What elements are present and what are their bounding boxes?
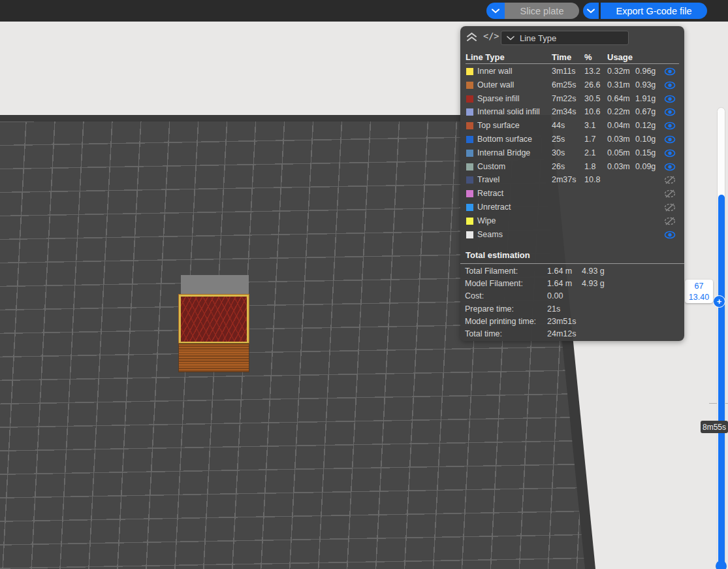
legend-row: Travel 2m37s 10.8 [460, 173, 684, 187]
visibility-toggle[interactable] [664, 95, 676, 103]
visibility-toggle[interactable] [664, 149, 676, 157]
line-type-color-swatch [466, 163, 473, 171]
line-type-percent: 10.6 [584, 107, 600, 116]
layer-slider-range-fill [718, 195, 725, 566]
visibility-toggle[interactable] [664, 217, 676, 225]
chevron-down-icon [586, 8, 595, 14]
slice-options-dropdown-button[interactable] [486, 3, 505, 19]
slice-plate-button[interactable]: Slice plate [505, 3, 579, 19]
line-type-label: Custom [477, 162, 505, 171]
line-type-usage-g: 0.67g [635, 107, 656, 116]
visibility-toggle[interactable] [664, 67, 676, 76]
export-options-dropdown-button[interactable] [583, 3, 599, 19]
total-estimation-title: Total estimation [466, 250, 530, 260]
collapse-panel-icon[interactable] [466, 32, 477, 44]
total-label: Prepare time: [465, 304, 514, 314]
visibility-toggle[interactable] [664, 189, 676, 198]
legend-row: Seams [460, 228, 684, 242]
gcode-window-icon[interactable] [483, 31, 499, 41]
divider [460, 263, 684, 264]
line-type-usage-g: 0.93g [635, 80, 656, 89]
line-type-usage-m: 0.05m [607, 148, 630, 157]
line-type-usage-g: 0.96g [635, 67, 656, 76]
line-type-percent: 30.5 [584, 94, 600, 103]
line-type-label: Bottom surface [477, 135, 532, 144]
legend-row: Internal Bridge 30s 2.1 0.05m 0.15g [460, 146, 684, 160]
line-type-label: Unretract [477, 203, 511, 212]
legend-row: Retract [460, 187, 684, 201]
line-type-label: Wipe [477, 216, 496, 225]
line-type-usage-m: 0.03m [607, 135, 630, 144]
eye-icon [664, 108, 676, 116]
col-usage: Usage [607, 52, 633, 62]
line-type-color-swatch [466, 95, 473, 103]
total-value-1: 0.00 [547, 291, 563, 301]
line-type-usage-g: 1.91g [635, 94, 656, 103]
legend-row: Custom 26s 1.8 0.03m 0.09g [460, 160, 684, 174]
line-type-usage-m: 0.22m [607, 107, 630, 116]
sliced-model-front-face[interactable] [179, 344, 249, 372]
legend-row: Outer wall 6m25s 26.6 0.31m 0.93g [460, 78, 684, 92]
layer-indicator-tooltip: 67 13.40 [685, 280, 713, 303]
visibility-toggle[interactable] [664, 135, 676, 144]
line-type-usage-g: 0.12g [635, 121, 656, 130]
legend-row: Top surface 44s 3.1 0.04m 0.12g [460, 119, 684, 133]
line-type-color-swatch [466, 108, 473, 116]
total-label: Model printing time: [465, 317, 536, 326]
line-type-color-swatch [466, 231, 473, 238]
line-type-color-swatch [466, 136, 473, 143]
line-type-usage-g: 0.15g [635, 148, 656, 157]
totals-section: Total Filament: 1.64 m 4.93 g Model Fila… [460, 265, 684, 340]
eye-off-icon [664, 217, 676, 225]
eye-off-icon [664, 203, 676, 212]
legend-rows: Inner wall 3m11s 13.2 0.32m 0.96g [460, 65, 684, 241]
layer-slider-lower-handle[interactable] [716, 561, 727, 569]
eye-off-icon [664, 176, 676, 184]
col-percent: % [584, 52, 592, 62]
line-type-usage-m: 0.04m [607, 121, 630, 130]
line-type-label: Internal solid infill [477, 107, 540, 116]
eye-icon [664, 95, 676, 103]
sliced-model-top-face[interactable] [179, 295, 249, 344]
legend-row: Wipe [460, 214, 684, 228]
total-label: Total time: [465, 329, 502, 338]
line-type-time: 6m25s [552, 80, 577, 89]
line-type-label: Outer wall [477, 80, 514, 89]
line-type-percent: 26.6 [584, 80, 600, 89]
export-gcode-button[interactable]: Export G-code file [601, 3, 707, 19]
line-type-label: Retract [477, 189, 503, 198]
line-type-percent: 10.8 [584, 175, 600, 184]
total-label: Total Filament: [465, 267, 518, 276]
total-value-1: 21s [547, 304, 560, 314]
col-time: Time [552, 52, 571, 62]
view-type-select[interactable]: Line Type [501, 31, 629, 45]
line-type-time: 44s [552, 121, 565, 130]
line-type-time: 7m22s [552, 94, 577, 103]
slicer-preview-screen: Slice plate Export G-code file [0, 0, 728, 569]
line-type-percent: 13.2 [584, 67, 600, 76]
layer-slider-upper-handle[interactable]: + [713, 295, 725, 308]
visibility-toggle[interactable] [664, 203, 676, 212]
line-type-usage-g: 0.09g [635, 162, 656, 171]
visibility-toggle[interactable] [664, 176, 676, 184]
line-type-label: Top surface [477, 121, 520, 130]
total-value-1: 23m51s [547, 317, 576, 326]
visibility-toggle[interactable] [664, 81, 676, 89]
total-value-1: 1.64 m [547, 267, 572, 276]
chevron-down-icon [507, 36, 514, 41]
line-type-color-swatch [466, 176, 473, 184]
visibility-toggle[interactable] [664, 122, 676, 130]
line-type-time: 2m34s [552, 107, 577, 116]
line-type-color-swatch [466, 122, 473, 129]
line-type-usage-g: 0.10g [635, 135, 656, 144]
line-type-color-swatch [466, 190, 473, 197]
line-type-usage-m: 0.31m [607, 80, 630, 89]
line-type-label: Internal Bridge [477, 148, 530, 157]
total-row: Total Filament: 1.64 m 4.93 g [460, 265, 684, 278]
visibility-toggle[interactable] [664, 108, 676, 116]
total-label: Cost: [465, 291, 484, 301]
visibility-toggle[interactable] [664, 231, 676, 239]
line-type-percent: 3.1 [584, 121, 595, 130]
visibility-toggle[interactable] [664, 163, 676, 171]
legend-panel-header: Line Type [460, 26, 684, 51]
